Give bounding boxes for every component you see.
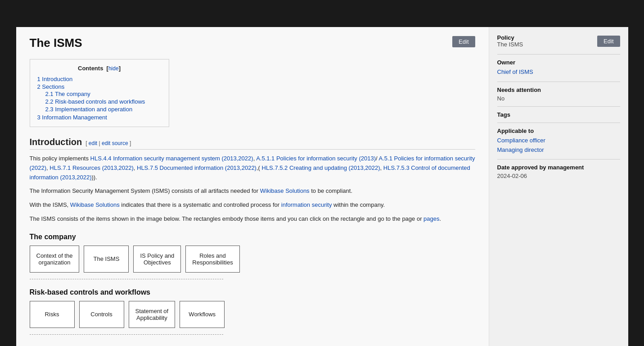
sidebar-policy-block: Policy The ISMS: [497, 34, 523, 48]
toc-item-2: 2 Sections 2.1 The company 2.2 Risk-base…: [37, 83, 162, 114]
toc-link-sections[interactable]: 2 Sections: [37, 83, 65, 90]
intro-paragraph-4: The ISMS consists of the items shown in …: [30, 214, 475, 224]
risk-diagram-boxes: Risks Controls Statement ofApplicability…: [30, 301, 475, 328]
link-wikibase-solutions-1[interactable]: Wikibase Solutions: [260, 187, 310, 194]
toc-list: 1 Introduction 2 Sections 2.1 The compan…: [37, 75, 162, 121]
link-hls44[interactable]: HLS.4.4 Information security management …: [90, 155, 253, 162]
sidebar-edit-button[interactable]: Edit: [597, 36, 620, 47]
sidebar-applicable-section: Applicable to Compliance officer Managin…: [497, 123, 620, 155]
page-title: The ISMS: [30, 36, 82, 50]
toc-item-3: 3 Information Management: [37, 114, 162, 121]
intro-paragraph-3: With the ISMS, Wikibase Solutions indica…: [30, 200, 475, 210]
link-hls71[interactable]: HLS.7.1 Resources (2013,2022): [50, 164, 133, 171]
toc-link-implementation[interactable]: 2.3 Implementation and operation: [45, 106, 133, 113]
sidebar-date-approved-section: Date approved by management 2024-02-06: [497, 159, 620, 179]
company-divider: [30, 279, 223, 279]
introduction-edit-source-link[interactable]: edit source: [102, 140, 128, 146]
link-information-security[interactable]: information security: [281, 201, 332, 208]
risk-box-risks[interactable]: Risks: [30, 301, 75, 328]
sidebar-applicable-label: Applicable to: [497, 127, 620, 134]
page-header: The ISMS Edit: [30, 36, 475, 50]
link-hls752[interactable]: HLS.7.5.2 Creating and updating (2013,20…: [262, 164, 380, 171]
company-diagram-boxes: Context of theorganization The ISMS IS P…: [30, 246, 475, 273]
intro-paragraph-2: The Information Security Management Syst…: [30, 187, 475, 196]
company-box-isms[interactable]: The ISMS: [84, 246, 129, 273]
introduction-section: Introduction [ edit | edit source ] This…: [30, 137, 475, 224]
risk-box-workflows[interactable]: Workflows: [180, 301, 225, 328]
sidebar-date-approved-value: 2024-02-06: [497, 173, 620, 179]
risk-based-title: Risk-based controls and workflows: [30, 288, 475, 296]
risk-divider: [30, 334, 223, 335]
the-company-section: The company Context of theorganization T…: [30, 233, 475, 279]
toc-sub-list: 2.1 The company 2.2 Risk-based controls …: [37, 90, 162, 113]
toc-link-risk-based[interactable]: 2.2 Risk-based controls and workflows: [45, 98, 145, 105]
table-of-contents: Contents [hide] 1 Introduction 2 Section…: [30, 59, 169, 127]
sidebar-date-approved-label: Date approved by management: [497, 164, 620, 171]
risk-box-statement[interactable]: Statement ofApplicability: [129, 301, 176, 328]
company-box-is-policy[interactable]: IS Policy andObjectives: [133, 246, 181, 273]
toc-item-2-1: 2.1 The company: [45, 90, 162, 98]
company-box-context[interactable]: Context of theorganization: [30, 246, 80, 273]
link-wikibase-solutions-2[interactable]: Wikibase Solutions: [70, 201, 120, 208]
sidebar-tags-label: Tags: [497, 111, 620, 118]
toc-item-1: 1 Introduction: [37, 75, 162, 83]
sidebar-owner-label: Owner: [497, 59, 620, 66]
sidebar-policy-label: Policy: [497, 34, 523, 41]
introduction-edit-link[interactable]: edit: [89, 140, 97, 146]
sidebar-needs-attention-label: Needs attention: [497, 86, 620, 93]
sidebar-applicable-managing-director[interactable]: Managing director: [497, 146, 620, 155]
link-hls75[interactable]: HLS.7.5 Documented information (2013,202…: [137, 164, 257, 171]
sidebar: Policy The ISMS Edit Owner Chief of ISMS…: [489, 27, 628, 346]
sidebar-owner-value[interactable]: Chief of ISMS: [497, 68, 620, 77]
link-a511[interactable]: A.5.1.1 Policies for information securit…: [256, 155, 376, 162]
company-box-roles[interactable]: Roles andResponsibilities: [185, 246, 239, 273]
sidebar-applicable-compliance-officer[interactable]: Compliance officer: [497, 136, 620, 146]
toc-link-introduction[interactable]: 1 Introduction: [37, 76, 73, 82]
risk-based-section: Risk-based controls and workflows Risks …: [30, 288, 475, 335]
risk-box-controls[interactable]: Controls: [79, 301, 124, 328]
sidebar-needs-attention-value: No: [497, 95, 620, 102]
sidebar-needs-attention-section: Needs attention No: [497, 82, 620, 102]
sidebar-tags-section: Tags: [497, 106, 620, 118]
introduction-heading: Introduction [ edit | edit source ]: [30, 137, 475, 150]
sidebar-owner-section: Owner Chief of ISMS: [497, 54, 620, 77]
toc-item-2-2: 2.2 Risk-based controls and workflows: [45, 98, 162, 105]
sidebar-policy-value: The ISMS: [497, 41, 523, 48]
introduction-edit-links: [ edit | edit source ]: [86, 140, 131, 146]
link-pages[interactable]: pages: [423, 215, 439, 222]
intro-paragraph-1: This policy implements HLS.4.4 Informati…: [30, 154, 475, 182]
main-content: The ISMS Edit Contents [hide] 1 Introduc…: [16, 27, 489, 346]
toc-hide-link[interactable]: hide: [108, 65, 119, 72]
toc-item-2-3: 2.3 Implementation and operation: [45, 105, 162, 113]
toc-title: Contents [hide]: [37, 65, 162, 72]
toc-link-info-management[interactable]: 3 Information Management: [37, 114, 107, 121]
the-company-title: The company: [30, 233, 475, 241]
sidebar-header: Policy The ISMS Edit: [497, 34, 620, 48]
main-edit-button[interactable]: Edit: [452, 36, 475, 47]
toc-link-the-company[interactable]: 2.1 The company: [45, 91, 90, 97]
